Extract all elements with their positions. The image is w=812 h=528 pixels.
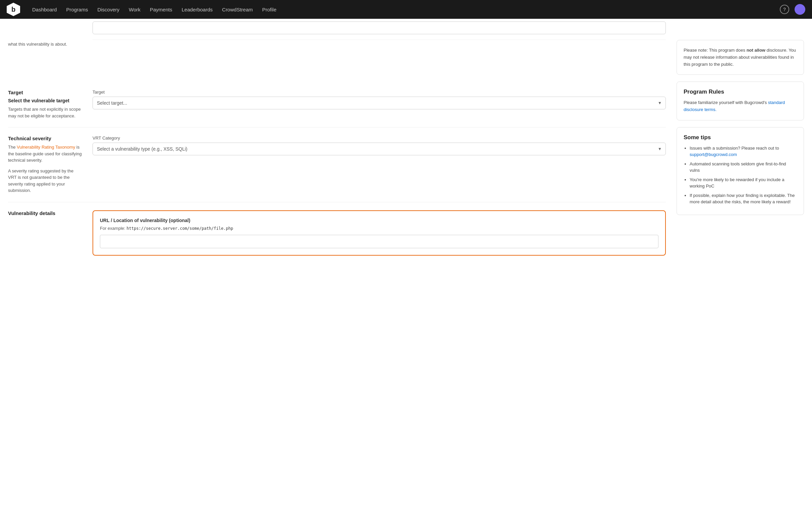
help-icon[interactable]: ? [780, 5, 789, 14]
tip-text-3: If possible, explain how your finding is… [690, 193, 795, 205]
disclosure-text: Please note: This program does not allow… [684, 47, 797, 68]
target-field-label: Target [92, 89, 666, 95]
target-description: Targets that are not explicitly in scope… [8, 106, 82, 119]
navigation: b Dashboard Programs Discovery Work Paym… [0, 0, 812, 19]
tip-item-0: Issues with a submission? Please reach o… [690, 145, 797, 158]
program-rules-title: Program Rules [684, 88, 797, 95]
target-subheading: Select the vulnerable target [8, 98, 82, 103]
tip-item-3: If possible, explain how your finding is… [690, 192, 797, 205]
nav-item-leaderboards[interactable]: Leaderboards [178, 4, 217, 15]
tip-text-1: Automated scanning tools seldom give fir… [690, 161, 786, 173]
disclosure-card: Please note: This program does not allow… [677, 40, 804, 75]
target-select-wrapper: Select target... ▼ [92, 97, 666, 109]
severity-note: A severity rating suggested by the VRT i… [8, 168, 82, 194]
severity-heading: Technical severity [8, 135, 82, 141]
program-rules-text: Please familiarize yourself with Bugcrow… [684, 99, 797, 113]
vuln-box-title: URL / Location of vulnerability (optiona… [100, 218, 658, 223]
tips-list: Issues with a submission? Please reach o… [684, 145, 797, 205]
vulnerability-about-text: what this vulnerability is about. [8, 42, 67, 47]
nav-item-payments[interactable]: Payments [146, 4, 176, 15]
tip-item-2: You're more likely to be rewarded if you… [690, 176, 797, 189]
nav-item-discovery[interactable]: Discovery [93, 4, 124, 15]
vrt-select-wrapper: Select a vulnerability type (e.g., XSS, … [92, 143, 666, 155]
content-area: Target Select the vulnerable target Targ… [0, 82, 812, 264]
tips-title: Some tips [684, 134, 797, 141]
severity-label-col: Technical severity The Vulnerability Rat… [8, 135, 82, 194]
nav-item-profile[interactable]: Profile [258, 4, 280, 15]
tip-text-2: You're more likely to be rewarded if you… [690, 177, 784, 189]
vuln-field-col: URL / Location of vulnerability (optiona… [92, 210, 666, 256]
nav-logo[interactable]: b [7, 3, 20, 16]
tip-item-1: Automated scanning tools seldom give fir… [690, 161, 797, 174]
vuln-heading: Vulnerability details [8, 210, 82, 216]
vuln-label-col: Vulnerability details [8, 210, 82, 256]
vrt-field-label: VRT Category [92, 135, 666, 141]
vulnerability-title-input[interactable] [92, 22, 666, 34]
vrt-select[interactable]: Select a vulnerability type (e.g., XSS, … [92, 143, 666, 155]
user-avatar[interactable] [795, 4, 805, 15]
logo-letter: b [11, 6, 15, 13]
program-rules-card: Program Rules Please familiarize yoursel… [677, 82, 804, 120]
right-sidebar: Program Rules Please familiarize yoursel… [677, 82, 804, 264]
nav-item-work[interactable]: Work [125, 4, 145, 15]
nav-item-programs[interactable]: Programs [62, 4, 92, 15]
vrt-link[interactable]: Vulnerability Rating Taxonomy [17, 145, 75, 149]
nav-item-dashboard[interactable]: Dashboard [28, 4, 61, 15]
target-field-col: Target Select target... ▼ [92, 89, 666, 119]
severity-field-col: VRT Category Select a vulnerability type… [92, 135, 666, 194]
target-section: Target Select the vulnerable target Targ… [8, 82, 666, 127]
support-link[interactable]: support@bugcrowd.com [690, 152, 737, 157]
tip-text-0: Issues with a submission? Please reach o… [690, 146, 779, 151]
vuln-example-code: https://secure.server.com/some/path/file… [126, 226, 233, 231]
target-select[interactable]: Select target... [92, 97, 666, 109]
tips-card: Some tips Issues with a submission? Plea… [677, 127, 804, 215]
vuln-details-section: Vulnerability details URL / Location of … [8, 202, 666, 264]
target-label-col: Target Select the vulnerable target Targ… [8, 89, 82, 119]
content-left: Target Select the vulnerable target Targ… [8, 82, 666, 264]
nav-right: ? [780, 4, 805, 15]
vuln-example-text: For example: https://secure.server.com/s… [100, 226, 658, 231]
target-heading: Target [8, 89, 82, 95]
severity-description: The Vulnerability Rating Taxonomy is the… [8, 144, 82, 164]
severity-section: Technical severity The Vulnerability Rat… [8, 127, 666, 202]
nav-links: Dashboard Programs Discovery Work Paymen… [28, 4, 780, 15]
vuln-box: URL / Location of vulnerability (optiona… [92, 210, 666, 256]
vuln-url-input[interactable] [100, 235, 658, 248]
nav-item-crowdstream[interactable]: CrowdStream [218, 4, 257, 15]
